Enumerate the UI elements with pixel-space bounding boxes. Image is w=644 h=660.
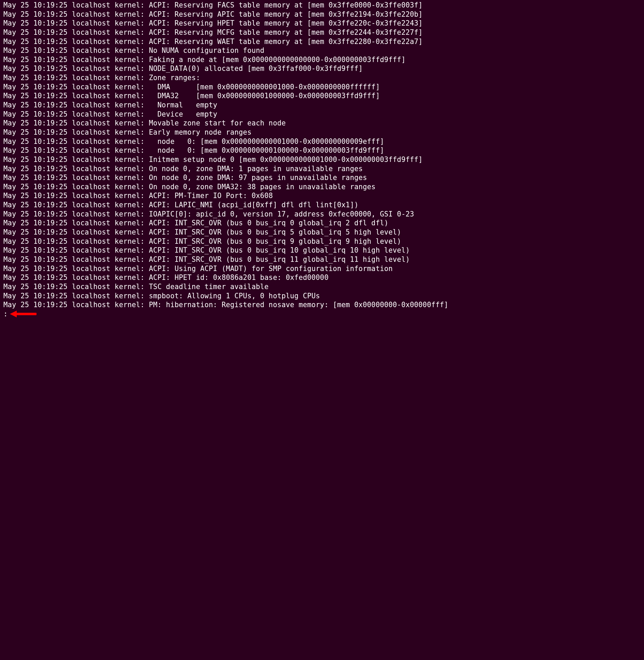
pager-prompt-row[interactable]: :: [3, 310, 641, 319]
svg-marker-1: [10, 311, 17, 317]
annotation-arrow-icon: [10, 310, 36, 318]
pager-prompt[interactable]: :: [3, 310, 9, 319]
kernel-log-output: May 25 10:19:25 localhost kernel: ACPI: …: [3, 1, 641, 310]
terminal-viewport[interactable]: May 25 10:19:25 localhost kernel: ACPI: …: [0, 0, 644, 660]
